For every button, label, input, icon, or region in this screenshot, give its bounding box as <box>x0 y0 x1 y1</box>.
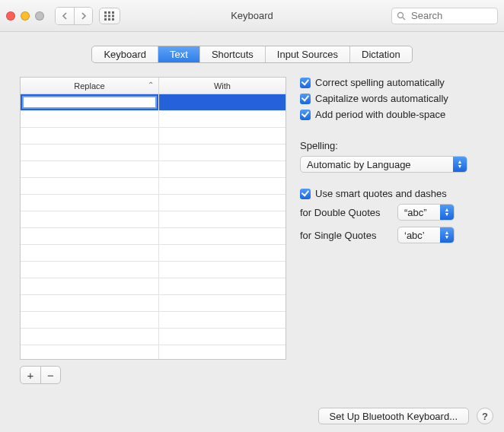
nav-back-forward <box>55 7 93 25</box>
tab-bar: Keyboard Text Shortcuts Input Sources Di… <box>11 46 493 63</box>
spelling-popup[interactable]: Automatic by Language ▲▼ <box>300 156 467 173</box>
cell-replace[interactable] <box>21 94 158 110</box>
search-input[interactable] <box>410 9 493 22</box>
replace-edit-field[interactable] <box>22 96 157 109</box>
tab-input-sources[interactable]: Input Sources <box>265 46 349 62</box>
tab-text[interactable]: Text <box>158 46 199 62</box>
tab-dictation[interactable]: Dictation <box>349 46 412 62</box>
minimize-window-button[interactable] <box>21 11 30 21</box>
close-window-button[interactable] <box>6 11 15 21</box>
help-button[interactable]: ? <box>477 408 493 424</box>
svg-rect-7 <box>108 18 110 21</box>
svg-rect-8 <box>112 18 114 21</box>
popup-arrows-icon: ▲▼ <box>440 227 454 243</box>
content-pane: Keyboard Text Shortcuts Input Sources Di… <box>0 32 504 432</box>
column-header-with[interactable]: With <box>158 78 285 94</box>
column-header-replace[interactable]: Replace ⌃ <box>21 78 158 94</box>
table-row[interactable] <box>21 145 285 161</box>
table-row[interactable] <box>21 245 285 262</box>
table-row[interactable] <box>21 295 285 312</box>
titlebar: Keyboard <box>0 0 504 32</box>
add-remove-group: + − <box>20 366 61 384</box>
table-row[interactable] <box>21 195 285 211</box>
checkbox-icon <box>300 94 311 104</box>
checkbox-icon <box>300 110 311 120</box>
add-button[interactable]: + <box>21 367 40 383</box>
table-row[interactable] <box>21 228 285 245</box>
table-row[interactable] <box>21 312 285 329</box>
tab-shortcuts[interactable]: Shortcuts <box>199 46 265 62</box>
remove-button[interactable]: − <box>40 367 60 383</box>
sort-indicator-icon: ⌃ <box>148 81 154 89</box>
svg-rect-6 <box>104 18 107 21</box>
table-row[interactable] <box>21 161 285 178</box>
checkbox-smart-quotes[interactable]: Use smart quotes and dashes <box>300 188 484 199</box>
search-icon <box>397 11 406 21</box>
table-row[interactable] <box>21 329 285 345</box>
table-row[interactable] <box>21 278 285 295</box>
checkbox-icon <box>300 78 311 88</box>
back-button[interactable] <box>56 8 74 24</box>
checkbox-capitalize-words[interactable]: Capitalize words automatically <box>300 93 484 104</box>
table-row[interactable] <box>21 345 285 360</box>
forward-button[interactable] <box>74 8 92 24</box>
svg-rect-0 <box>104 11 107 14</box>
zoom-window-button[interactable] <box>35 11 44 21</box>
checkbox-icon <box>300 189 311 199</box>
window-controls <box>6 11 44 21</box>
svg-rect-4 <box>108 14 110 17</box>
svg-line-10 <box>403 17 405 20</box>
table-row[interactable] <box>21 94 285 111</box>
setup-bluetooth-keyboard-button[interactable]: Set Up Bluetooth Keyboard... <box>318 408 469 424</box>
table-row[interactable] <box>21 178 285 195</box>
table-row[interactable] <box>21 262 285 278</box>
svg-rect-2 <box>112 11 114 14</box>
search-field[interactable] <box>391 8 498 24</box>
tab-keyboard[interactable]: Keyboard <box>92 46 158 62</box>
svg-point-9 <box>398 12 404 17</box>
svg-rect-5 <box>112 14 114 17</box>
double-quotes-popup[interactable]: “abc” ▲▼ <box>397 204 455 221</box>
table-row[interactable] <box>21 211 285 228</box>
show-all-button[interactable] <box>99 8 120 24</box>
single-quotes-label: for Single Quotes <box>300 230 391 241</box>
svg-rect-3 <box>104 14 107 17</box>
double-quotes-label: for Double Quotes <box>300 207 391 218</box>
table-row[interactable] <box>21 128 285 145</box>
cell-with[interactable] <box>158 94 285 110</box>
table-body[interactable] <box>21 94 285 359</box>
replacements-table[interactable]: Replace ⌃ With <box>20 77 286 360</box>
checkbox-add-period[interactable]: Add period with double-space <box>300 109 484 120</box>
single-quotes-popup[interactable]: ‘abc’ ▲▼ <box>397 227 455 243</box>
checkbox-correct-spelling[interactable]: Correct spelling automatically <box>300 77 484 88</box>
table-row[interactable] <box>21 111 285 128</box>
svg-rect-1 <box>108 11 110 14</box>
popup-arrows-icon: ▲▼ <box>453 157 467 172</box>
popup-arrows-icon: ▲▼ <box>440 205 454 220</box>
spelling-label: Spelling: <box>300 140 484 151</box>
